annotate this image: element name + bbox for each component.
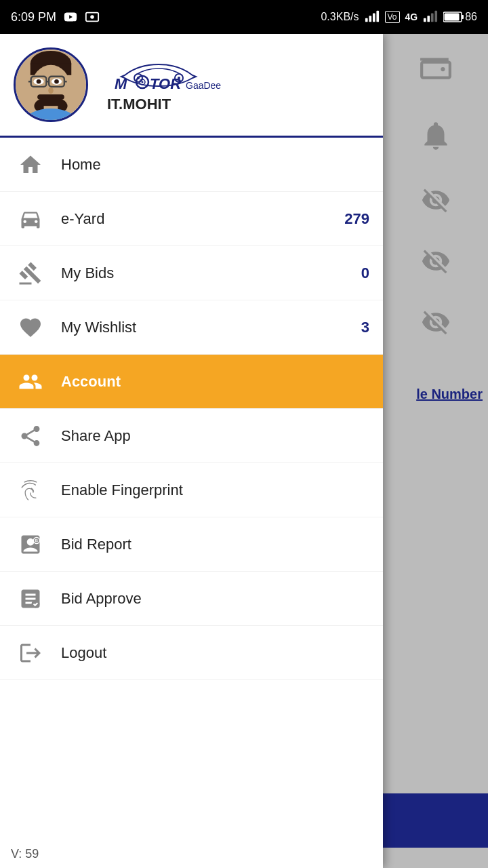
mybids-badge: 0 <box>361 264 369 282</box>
heart-icon <box>14 311 47 344</box>
users-icon <box>14 365 47 399</box>
svg-rect-5 <box>376 11 379 22</box>
account-label: Account <box>61 373 369 391</box>
menu-item-account[interactable]: Account <box>0 355 383 409</box>
fingerprint-icon <box>14 473 47 507</box>
svg-rect-9 <box>435 11 438 22</box>
menu-item-bidreport[interactable]: B Bid Report <box>0 517 383 572</box>
profile-info: M TOR GaaDee IT.MOHIT <box>104 56 253 113</box>
wishlist-label: My Wishlist <box>61 319 361 336</box>
svg-rect-8 <box>431 14 434 22</box>
username: IT.MOHIT <box>104 96 253 113</box>
share-icon <box>14 419 47 453</box>
version-text: V: 59 <box>11 847 39 861</box>
svg-text:M: M <box>115 75 127 90</box>
svg-point-27 <box>48 87 54 94</box>
menu-item-bidapprove[interactable]: Bid Approve <box>0 572 383 626</box>
svg-point-25 <box>37 79 41 84</box>
svg-rect-2 <box>365 18 367 22</box>
menu-item-mybids[interactable]: My Bids 0 <box>0 246 383 300</box>
mybids-label: My Bids <box>61 264 361 282</box>
svg-point-1 <box>90 15 94 19</box>
volte-icon: Vo <box>385 11 400 23</box>
logout-icon <box>14 636 47 670</box>
svg-rect-7 <box>428 16 430 22</box>
svg-rect-3 <box>369 16 371 22</box>
menu-item-shareapp[interactable]: Share App <box>0 409 383 463</box>
svg-rect-12 <box>445 14 460 21</box>
signal-icon <box>365 9 380 24</box>
battery-icon <box>443 12 464 22</box>
svg-point-39 <box>142 81 144 83</box>
car-icon <box>14 202 47 236</box>
right-panel-text: le Number <box>416 387 488 402</box>
bidapprove-label: Bid Approve <box>61 590 369 608</box>
eyard-badge: 279 <box>344 210 369 228</box>
wishlist-badge: 3 <box>361 319 369 336</box>
avatar <box>14 47 88 122</box>
eye-slash-1 <box>419 183 453 217</box>
status-bar: 6:09 PM 0.3KB/s Vo 4G <box>0 0 488 34</box>
menu-item-home[interactable]: Home <box>0 138 383 192</box>
record-icon <box>85 9 100 24</box>
battery: 86 <box>443 11 477 23</box>
right-bottom-button[interactable] <box>383 793 488 848</box>
menu-item-wishlist[interactable]: My Wishlist 3 <box>0 300 383 355</box>
menu-item-eyard[interactable]: e-Yard 279 <box>0 192 383 246</box>
signal2-icon <box>423 9 438 24</box>
wallet-icon-bg <box>415 47 456 88</box>
svg-text:GaaDee: GaaDee <box>186 80 221 90</box>
youtube-icon <box>63 9 78 24</box>
navigation-drawer: M TOR GaaDee IT.MOHIT <box>0 34 383 868</box>
time: 6:09 PM <box>11 10 56 24</box>
menu-list: Home e-Yard 279 My Bids <box>0 138 383 868</box>
menu-item-logout[interactable]: Logout <box>0 626 383 680</box>
logout-label: Logout <box>61 644 369 662</box>
svg-rect-4 <box>372 14 375 22</box>
main-container: le Number <box>0 34 488 868</box>
4g-icon: 4G <box>405 12 418 22</box>
home-label: Home <box>61 156 369 174</box>
svg-text:B: B <box>35 538 39 542</box>
bidreport-label: Bid Report <box>61 536 369 553</box>
avatar-image <box>16 48 86 121</box>
bell-icon-bg <box>415 115 456 156</box>
right-panel <box>383 34 488 868</box>
bidapprove-icon <box>14 582 47 616</box>
profile-header: M TOR GaaDee IT.MOHIT <box>0 34 383 138</box>
eye-slash-2 <box>419 244 453 278</box>
status-right: 0.3KB/s Vo 4G 86 <box>321 9 477 24</box>
eyard-label: e-Yard <box>61 210 344 228</box>
svg-point-26 <box>54 79 59 84</box>
menu-item-fingerprint[interactable]: Enable Fingerprint <box>0 463 383 517</box>
logo-svg: M TOR GaaDee <box>104 56 253 90</box>
svg-rect-11 <box>462 15 464 19</box>
svg-text:TOR: TOR <box>150 75 181 90</box>
motor-logo: M TOR GaaDee <box>104 56 253 90</box>
gavel-icon <box>14 256 47 290</box>
network-speed: 0.3KB/s <box>321 11 359 23</box>
home-icon <box>14 148 47 182</box>
shareapp-label: Share App <box>61 427 369 445</box>
bidreport-icon: B <box>14 528 47 561</box>
status-left: 6:09 PM <box>11 9 100 24</box>
fingerprint-label: Enable Fingerprint <box>61 481 369 499</box>
eye-slash-3 <box>419 305 453 339</box>
svg-point-13 <box>441 67 445 71</box>
svg-rect-6 <box>424 18 426 22</box>
